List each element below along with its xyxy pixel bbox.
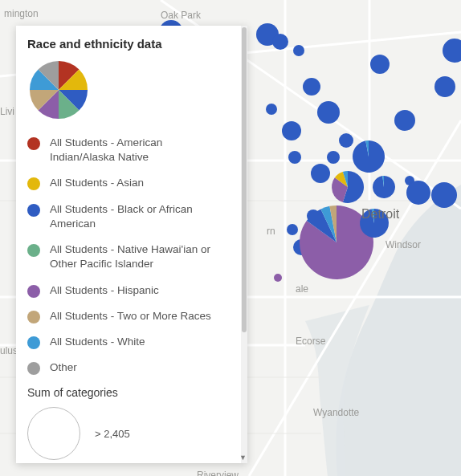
svg-point-23	[274, 274, 282, 282]
legend-title: Race and ethnicity data	[27, 37, 226, 51]
legend-item-label: All Students - American Indian/Alaska Na…	[50, 136, 226, 165]
svg-point-3	[272, 34, 288, 50]
svg-point-19	[431, 182, 457, 208]
legend-item: All Students - Asian	[27, 176, 226, 190]
legend-item: Other	[27, 360, 226, 375]
legend-size-label: > 2,405	[95, 428, 130, 440]
scroll-down-icon[interactable]: ▼	[239, 454, 247, 462]
legend-item-label: All Students - White	[50, 335, 145, 349]
legend-size-row: > 2,405	[27, 407, 226, 460]
svg-point-11	[394, 110, 415, 131]
map-pie-marker[interactable]	[287, 224, 298, 235]
svg-point-5	[370, 55, 390, 74]
legend-item: All Students - White	[27, 335, 226, 349]
legend-item: All Students - Two or More Races	[27, 309, 226, 323]
map-pie-marker[interactable]	[332, 171, 364, 203]
map-pie-marker[interactable]	[431, 182, 457, 208]
svg-point-7	[434, 76, 455, 97]
map-pie-marker[interactable]	[293, 45, 304, 56]
svg-point-10	[317, 101, 340, 124]
legend-scrollbar[interactable]	[241, 26, 247, 463]
map-pie-marker[interactable]	[370, 55, 390, 74]
map-pie-marker[interactable]	[394, 110, 415, 131]
legend-scrollbar-thumb[interactable]	[242, 27, 247, 332]
legend-swatch	[27, 177, 40, 190]
legend-item: All Students - American Indian/Alaska Na…	[27, 136, 226, 165]
legend-pie-key	[27, 59, 226, 124]
legend-item-label: All Students - Native Hawai'ian or Other…	[50, 242, 226, 271]
map-pie-marker[interactable]	[353, 140, 385, 173]
svg-point-18	[406, 181, 430, 205]
svg-point-16	[311, 164, 330, 183]
legend-swatch	[27, 244, 40, 257]
map-pie-marker[interactable]	[406, 181, 430, 205]
legend-swatch	[27, 311, 40, 323]
legend-size-circle	[27, 407, 80, 460]
svg-point-4	[293, 45, 304, 56]
legend-swatch	[27, 362, 40, 375]
map-pie-marker[interactable]	[317, 101, 340, 124]
map-pie-marker[interactable]	[266, 104, 277, 115]
legend-swatch	[27, 204, 40, 217]
map-pie-marker[interactable]	[288, 151, 301, 164]
svg-point-15	[339, 133, 353, 148]
legend-item: All Students - Native Hawai'ian or Other…	[27, 242, 226, 271]
map-pie-marker[interactable]	[272, 34, 288, 50]
map-pie-marker[interactable]	[327, 151, 340, 164]
legend-item-label: All Students - Hispanic	[50, 283, 159, 298]
map-pie-marker[interactable]	[339, 133, 353, 148]
svg-point-13	[288, 151, 301, 164]
map-pie-marker[interactable]	[303, 78, 320, 96]
legend-item-label: All Students - Asian	[50, 176, 144, 190]
legend-item-label: Other	[50, 360, 77, 375]
legend-panel: Race and ethnicity data All Students - A…	[16, 26, 247, 463]
legend-scroll-area[interactable]: Race and ethnicity data All Students - A…	[16, 26, 241, 463]
legend-swatch	[27, 336, 40, 349]
map-pie-marker[interactable]	[311, 164, 330, 183]
legend-item-label: All Students - Two or More Races	[50, 309, 211, 323]
svg-point-8	[303, 78, 320, 96]
svg-point-21	[287, 224, 298, 235]
svg-point-12	[282, 121, 301, 140]
legend-item: All Students - Black or African American	[27, 202, 226, 231]
legend-item-label: All Students - Black or African American	[50, 202, 226, 231]
svg-point-9	[266, 104, 277, 115]
map-viewport[interactable]: Oak ParkmingtonLiviulusrnDetroitWindsora…	[0, 0, 461, 476]
legend-size-title: Sum of categories	[27, 386, 226, 399]
map-pie-marker[interactable]	[373, 176, 395, 198]
legend-swatch	[27, 285, 40, 298]
legend-item: All Students - Hispanic	[27, 283, 226, 298]
map-pie-marker[interactable]	[360, 209, 389, 238]
svg-point-14	[327, 151, 340, 164]
map-pie-marker[interactable]	[282, 121, 301, 140]
legend-swatch	[27, 137, 40, 150]
map-pie-marker[interactable]	[274, 274, 282, 282]
map-pie-marker[interactable]	[434, 76, 455, 97]
